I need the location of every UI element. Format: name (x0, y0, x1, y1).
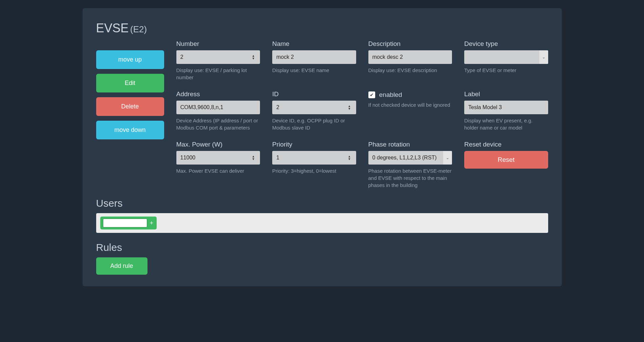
check-icon: ✔ (370, 92, 374, 98)
reset-label: Reset device (464, 141, 548, 148)
field-id: ID ▲▼ Device ID, e.g. OCPP plug ID or Mo… (272, 90, 356, 131)
id-input[interactable] (272, 101, 356, 114)
address-input[interactable] (176, 101, 260, 114)
phase-help: Phase rotation between EVSE-meter and EV… (368, 167, 452, 189)
field-number: Number ▲▼ Display use: EVSE / parking lo… (176, 40, 260, 81)
number-input[interactable] (176, 50, 260, 64)
phase-label: Phase rotation (368, 141, 452, 148)
field-description: Description Display use: EVSE descriptio… (368, 40, 452, 81)
field-priority: Priority ▲▼ Priority: 3=highest, 0=lowes… (272, 141, 356, 189)
priority-label: Priority (272, 141, 356, 148)
priority-input[interactable] (272, 151, 356, 165)
id-help: Device ID, e.g. OCPP plug ID or Modbus s… (272, 117, 356, 131)
phase-rotation-select[interactable] (368, 151, 452, 165)
description-label: Description (368, 40, 452, 48)
users-bar: + (96, 213, 548, 233)
description-help: Display use: EVSE description (368, 67, 452, 74)
name-input[interactable] (272, 50, 356, 64)
field-phase-rotation: Phase rotation ⌄ Phase rotation between … (368, 141, 452, 189)
move-down-button[interactable]: move down (96, 121, 164, 139)
label-f-label: Label (464, 90, 548, 98)
field-reset-device: Reset device Reset (464, 141, 548, 189)
evse-config-card: EVSE (E2) move up Edit Delete move down … (83, 8, 562, 286)
number-help: Display use: EVSE / parking lot number (176, 67, 260, 81)
enabled-label: enabled (379, 91, 402, 99)
label-input[interactable] (464, 101, 548, 114)
max-power-label: Max. Power (W) (176, 141, 260, 148)
add-rule-button[interactable]: Add rule (96, 257, 147, 275)
number-label: Number (176, 40, 260, 48)
field-address: Address Device Address (IP address / por… (176, 90, 260, 131)
field-enabled: ✔ enabled If not checked device will be … (368, 90, 452, 131)
move-up-button[interactable]: move up (96, 50, 164, 69)
users-heading: Users (96, 198, 548, 209)
name-label: Name (272, 40, 356, 48)
add-user-input[interactable] (103, 219, 147, 227)
field-label: Label Display when EV present, e.g. hold… (464, 90, 548, 131)
enabled-checkbox[interactable]: ✔ (368, 91, 375, 98)
device-type-select[interactable] (464, 50, 548, 64)
side-action-column: move up Edit Delete move down (96, 40, 164, 189)
title-main: EVSE (96, 21, 129, 35)
max-power-input[interactable] (176, 151, 260, 165)
reset-button[interactable]: Reset (464, 151, 548, 169)
field-name: Name Display use: EVSE name (272, 40, 356, 81)
add-user-chip: + (100, 217, 157, 229)
description-input[interactable] (368, 50, 452, 64)
delete-button[interactable]: Delete (96, 97, 164, 116)
plus-icon[interactable]: + (149, 220, 154, 227)
label-f-help: Display when EV present, e.g. holder nam… (464, 117, 548, 131)
name-help: Display use: EVSE name (272, 67, 356, 74)
enabled-help: If not checked device will be ignored (368, 101, 452, 108)
fields-grid: Number ▲▼ Display use: EVSE / parking lo… (176, 40, 548, 189)
field-max-power: Max. Power (W) ▲▼ Max. Power EVSE can de… (176, 141, 260, 189)
rules-heading: Rules (96, 242, 548, 253)
device-type-label: Device type (464, 40, 548, 48)
priority-help: Priority: 3=highest, 0=lowest (272, 167, 356, 174)
device-type-help: Type of EVSE or meter (464, 67, 548, 74)
edit-button[interactable]: Edit (96, 74, 164, 92)
address-label: Address (176, 90, 260, 98)
max-power-help: Max. Power EVSE can deliver (176, 167, 260, 174)
id-label: ID (272, 90, 356, 98)
address-help: Device Address (IP address / port or Mod… (176, 117, 260, 131)
title-sub: (E2) (130, 24, 147, 34)
field-device-type: Device type ⌄ Type of EVSE or meter (464, 40, 548, 81)
page-title: EVSE (E2) (96, 21, 548, 35)
